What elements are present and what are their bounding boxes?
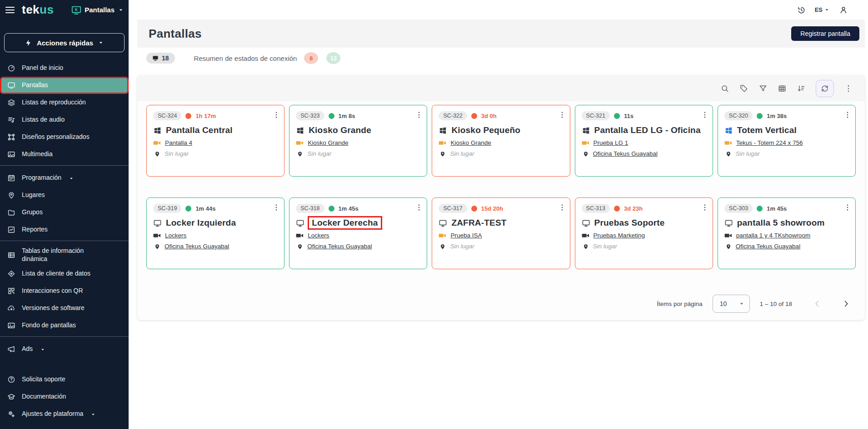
- pin-icon: [7, 191, 15, 199]
- card-menu-kebab-icon[interactable]: [701, 111, 709, 119]
- connection-status-dot: [757, 206, 763, 212]
- playlist-link[interactable]: Prueba LG 1: [594, 139, 629, 146]
- sidebar-item[interactable]: Listas de reproducción: [1, 95, 127, 110]
- sidebar-item[interactable]: Listas de audio: [1, 113, 127, 127]
- screen-name[interactable]: Pantalla Central: [166, 125, 233, 135]
- playlist-link[interactable]: Lockers: [165, 232, 186, 239]
- location-text[interactable]: Sin lugar: [450, 150, 474, 157]
- playlist-link[interactable]: Kiosko Grande: [450, 139, 491, 146]
- online-count-badge: 12: [326, 52, 340, 64]
- card-menu-kebab-icon[interactable]: [415, 203, 423, 212]
- video-camera-icon: [439, 232, 446, 239]
- chevron-down-icon: [118, 7, 124, 13]
- next-page-icon[interactable]: [841, 299, 851, 309]
- image-icon: [7, 150, 15, 158]
- playlist-icon: [7, 99, 15, 107]
- card-location-row: Oficina Tekus Guayabal: [296, 243, 420, 250]
- card-menu-kebab-icon[interactable]: [272, 203, 280, 212]
- playlist-link[interactable]: Prueba ISA: [450, 232, 482, 239]
- page-title: Pantallas: [149, 27, 202, 41]
- search-icon[interactable]: [720, 84, 729, 93]
- screen-id-badge: SC-321: [582, 111, 610, 120]
- card-menu-kebab-icon[interactable]: [272, 111, 280, 119]
- screen-name[interactable]: Locker Izquierda: [166, 218, 236, 228]
- quick-actions-button[interactable]: Acciones rápidas: [4, 33, 125, 52]
- screen-name[interactable]: ZAFRA-TEST: [451, 218, 506, 228]
- location-text[interactable]: Oficina Tekus Guayabal: [593, 150, 658, 157]
- screen-name[interactable]: pantalla 5 showroom: [737, 218, 825, 228]
- sort-icon[interactable]: [797, 84, 806, 93]
- card-menu-kebab-icon[interactable]: [558, 111, 566, 119]
- qr-icon: [7, 287, 15, 295]
- playlist-link[interactable]: Pantalla 4: [165, 139, 192, 146]
- screen-id-badge: SC-313: [582, 204, 610, 213]
- sidebar-item[interactable]: Fondo de pantallas: [1, 318, 127, 333]
- sidebar-item[interactable]: Diseños personalizados: [1, 130, 127, 144]
- sidebar-item[interactable]: Documentación: [1, 390, 127, 404]
- filter-icon[interactable]: [758, 84, 768, 93]
- audio-list-icon: [7, 116, 15, 124]
- nav-block: Lista de cliente de datos: [0, 265, 129, 282]
- location-text[interactable]: Sin lugar: [307, 150, 331, 157]
- sidebar-item[interactable]: Interacciones con QR: [1, 284, 127, 298]
- location-text[interactable]: Sin lugar: [736, 150, 760, 157]
- card-menu-kebab-icon[interactable]: [701, 203, 709, 212]
- sidebar-item-label: Pantallas: [22, 81, 48, 89]
- playlist-link[interactable]: Lockers: [308, 232, 329, 239]
- screen-name[interactable]: Locker Derecha: [308, 216, 382, 230]
- location-text[interactable]: Oficina Tekus Guayabal: [307, 243, 372, 250]
- sync-icon[interactable]: [816, 80, 834, 97]
- card-location-row: Sin lugar: [439, 243, 563, 250]
- sidebar-item[interactable]: Lista de cliente de datos: [1, 266, 127, 281]
- screen-name[interactable]: Kiosko Pequeño: [451, 125, 520, 135]
- grid-icon[interactable]: [778, 84, 787, 93]
- card-header: SC-324 1h 17m: [153, 111, 278, 120]
- user-account-icon[interactable]: [839, 5, 848, 15]
- playlist-link[interactable]: pantalla 1 y 4 TKshowroom: [736, 232, 810, 239]
- playlist-link[interactable]: Tekus - Totem 224 x 756: [736, 139, 803, 146]
- items-per-page-select[interactable]: 10: [713, 295, 750, 313]
- card-menu-kebab-icon[interactable]: [843, 111, 852, 119]
- connection-duration: 3d 23h: [624, 205, 643, 212]
- sidebar-item[interactable]: Lugares: [1, 188, 127, 202]
- sidebar-item[interactable]: Grupos: [1, 205, 127, 220]
- location-text[interactable]: Sin lugar: [450, 243, 474, 250]
- location-text[interactable]: Oficina Tekus Guayabal: [736, 243, 800, 250]
- playlist-link[interactable]: Kiosko Grande: [308, 139, 348, 146]
- location-text[interactable]: Sin lugar: [593, 243, 617, 250]
- sidebar-item[interactable]: Tablas de información dinámica: [1, 246, 127, 264]
- panel-toolbar: [137, 75, 865, 101]
- location-text[interactable]: Oficina Tekus Guayabal: [165, 243, 229, 250]
- sidebar-item-label: Ads: [22, 345, 33, 353]
- screen-name[interactable]: Totem Vertical: [737, 125, 797, 135]
- sidebar-item[interactable]: Versiones de software: [1, 301, 127, 316]
- card-menu-kebab-icon[interactable]: [558, 203, 566, 212]
- data-list-icon: [7, 270, 15, 278]
- screen-name[interactable]: Pantalla LED LG - Oficina: [594, 125, 701, 135]
- sidebar-item[interactable]: Multimedia: [1, 147, 127, 162]
- sidebar-item[interactable]: Ads: [1, 342, 127, 356]
- help-icon: [7, 375, 15, 384]
- card-location-row: Oficina Tekus Guayabal: [153, 243, 278, 250]
- sidebar-item[interactable]: Solicita soporte: [1, 372, 127, 387]
- card-menu-kebab-icon[interactable]: [415, 111, 423, 119]
- module-selector[interactable]: K Pantallas: [71, 5, 124, 15]
- hamburger-menu-icon[interactable]: [5, 5, 15, 15]
- sidebar-item[interactable]: Programación: [1, 171, 127, 185]
- screen-name[interactable]: Kiosko Grande: [309, 125, 371, 135]
- previous-page-icon[interactable]: [812, 299, 822, 309]
- sidebar-item[interactable]: Reportes: [1, 222, 127, 237]
- register-screen-button[interactable]: Registrar pantalla: [791, 26, 859, 41]
- sidebar-item[interactable]: Ajustes de plataforma: [1, 407, 127, 421]
- tag-icon[interactable]: [739, 84, 748, 93]
- location-text[interactable]: Sin lugar: [165, 150, 189, 157]
- sidebar-item[interactable]: Pantallas: [1, 78, 127, 93]
- card-menu-kebab-icon[interactable]: [843, 203, 852, 212]
- language-selector[interactable]: ES: [815, 6, 830, 13]
- playlist-link[interactable]: Pruebas Marketing: [594, 232, 645, 239]
- history-icon[interactable]: [797, 5, 806, 15]
- sidebar-item[interactable]: Panel de inicio: [1, 61, 127, 75]
- sidebar-spacer: [0, 358, 129, 371]
- kebab-icon[interactable]: [844, 84, 853, 93]
- screen-name[interactable]: Pruebas Soporte: [594, 218, 665, 228]
